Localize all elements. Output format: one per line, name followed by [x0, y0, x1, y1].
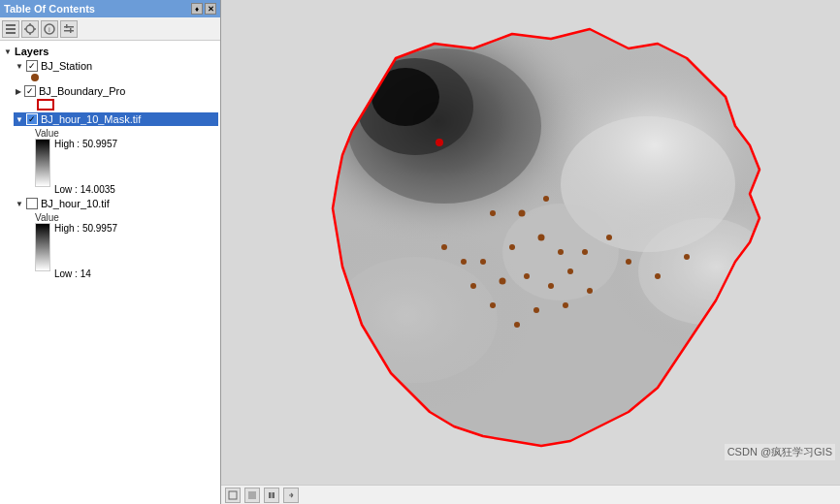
svg-rect-8: [66, 24, 68, 28]
station-point: [587, 288, 593, 294]
station-point: [558, 249, 564, 255]
layer-item-bj-station: ▼ BJ_Station: [0, 58, 220, 83]
toc-panel: Table Of Contents ♦ ✕ i ▼ L: [0, 0, 221, 504]
layers-expand-icon: ▼: [4, 47, 12, 56]
station-point: [441, 244, 447, 250]
svg-text:i: i: [48, 25, 50, 34]
mask-gradient-bar: [35, 139, 50, 187]
svg-rect-6: [64, 26, 74, 28]
bj-station-expand: ▼: [16, 62, 23, 71]
mask-high-label: High : 50.9957: [54, 139, 117, 149]
station-point: [519, 210, 526, 217]
hour10-high-label: High : 50.9957: [54, 223, 117, 234]
map-svg: [221, 0, 840, 485]
station-point: [655, 273, 661, 279]
watermark: CSDN @疯狂学习GIS: [725, 444, 835, 460]
toc-close-btn[interactable]: ✕: [205, 3, 216, 15]
station-point: [533, 307, 539, 313]
station-point: [543, 196, 549, 202]
svg-rect-7: [64, 30, 74, 32]
station-point: [514, 322, 520, 328]
app-container: Table Of Contents ♦ ✕ i ▼ L: [0, 0, 840, 504]
status-btn-pause[interactable]: [264, 488, 279, 503]
mask-legend: Value High : 50.9957 Low : 14.0035: [16, 126, 216, 195]
status-btn-arrow[interactable]: [283, 488, 299, 503]
mask-low-label: Low : 14.0035: [54, 184, 117, 195]
bj-station-checkbox[interactable]: [26, 60, 38, 72]
station-point: [563, 302, 568, 308]
svg-rect-26: [273, 492, 275, 498]
layer-item-mask: ▼ BJ_hour_10_Mask.tif Value High : 50.99…: [0, 111, 220, 196]
status-bar: [221, 485, 840, 504]
svg-rect-9: [70, 28, 72, 33]
layer-item-bj-boundary: ▶ BJ_Boundary_Pro: [0, 83, 220, 111]
station-point: [548, 283, 554, 289]
mask-checkbox[interactable]: [26, 113, 38, 125]
bj-station-dot-icon: [31, 74, 39, 81]
station-point: [606, 235, 612, 240]
hour10-checkbox[interactable]: [26, 198, 38, 209]
toc-titlebar: Table Of Contents ♦ ✕: [0, 0, 220, 17]
layer-row-bj-boundary[interactable]: ▶ BJ_Boundary_Pro: [16, 84, 216, 98]
bj-boundary-checkbox[interactable]: [24, 85, 36, 97]
toc-layers-header[interactable]: ▼ Layers: [0, 45, 220, 58]
hour10-low-label: Low : 14: [54, 268, 117, 279]
hour10-legend: Value High : 50.9957 Low : 14: [16, 210, 216, 279]
hour10-label: BJ_hour_10.tif: [41, 198, 110, 209]
toc-toolbar: i: [0, 17, 220, 41]
toc-layers-label: Layers: [15, 46, 48, 57]
svg-rect-25: [269, 492, 272, 498]
station-point: [582, 249, 588, 255]
layer-row-hour10[interactable]: ▼ BJ_hour_10.tif: [16, 197, 216, 210]
status-left: [225, 488, 299, 503]
bj-boundary-legend: [16, 98, 216, 110]
station-point: [500, 278, 506, 285]
svg-rect-2: [6, 32, 16, 34]
mask-expand: ▼: [16, 115, 23, 124]
status-btn-2[interactable]: [244, 488, 260, 503]
mask-value-label: Value: [31, 126, 216, 139]
toc-toolbar-btn-1[interactable]: [2, 20, 19, 38]
bj-station-sublayer: [16, 73, 216, 82]
hour10-legend-labels: High : 50.9957 Low : 14: [54, 223, 117, 279]
station-point: [490, 210, 496, 216]
mask-label: BJ_hour_10_Mask.tif: [41, 113, 141, 125]
toc-toolbar-btn-3[interactable]: i: [41, 20, 58, 38]
hour10-gradient-bar: [35, 223, 50, 271]
layer-item-hour10: ▼ BJ_hour_10.tif Value High : 50.9957 Lo…: [0, 196, 220, 280]
hour10-expand: ▼: [16, 200, 23, 208]
toc-toolbar-btn-4[interactable]: [60, 20, 78, 38]
map-area[interactable]: CSDN @疯狂学习GIS: [221, 0, 840, 485]
station-point: [538, 235, 545, 241]
mask-legend-content: High : 50.9957 Low : 14.0035: [31, 139, 216, 195]
toc-pin-btn[interactable]: ♦: [191, 3, 203, 15]
station-point: [626, 259, 631, 265]
hour10-gradient-container: [35, 223, 50, 271]
station-point: [509, 244, 515, 250]
layer-row-bj-station[interactable]: ▼ BJ_Station: [16, 59, 216, 73]
svg-rect-0: [6, 24, 16, 26]
station-point: [567, 268, 573, 274]
svg-point-3: [26, 25, 34, 33]
mask-gradient-container: [35, 139, 50, 187]
station-point: [480, 259, 486, 265]
bj-boundary-label: BJ_Boundary_Pro: [39, 85, 125, 97]
bj-station-label: BJ_Station: [41, 60, 92, 72]
station-point: [470, 283, 476, 289]
svg-rect-1: [6, 28, 16, 30]
toc-content: ▼ Layers ▼ BJ_Station ▶: [0, 41, 220, 504]
svg-rect-23: [229, 491, 237, 499]
hour10-legend-content: High : 50.9957 Low : 14: [31, 223, 216, 279]
station-center-point: [436, 139, 443, 146]
svg-rect-24: [248, 491, 256, 499]
mask-legend-labels: High : 50.9957 Low : 14.0035: [54, 139, 117, 195]
toc-titlebar-controls: ♦ ✕: [191, 3, 216, 15]
layer-row-mask[interactable]: ▼ BJ_hour_10_Mask.tif: [14, 112, 218, 126]
bj-boundary-expand: ▶: [16, 87, 21, 96]
station-point: [490, 302, 496, 308]
station-point: [684, 254, 690, 260]
toc-toolbar-btn-2[interactable]: [21, 20, 39, 38]
station-point: [524, 273, 530, 279]
status-btn-1[interactable]: [225, 488, 241, 503]
bj-boundary-icon: [37, 99, 54, 110]
